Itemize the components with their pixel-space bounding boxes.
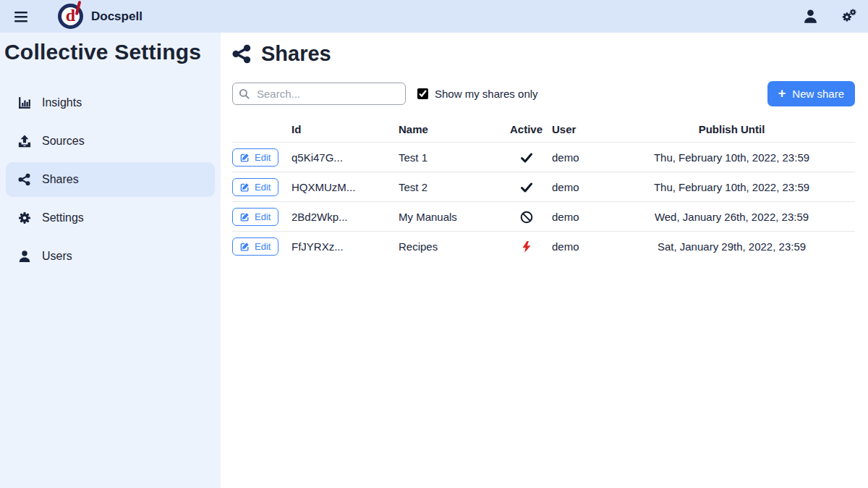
share-icon (18, 173, 31, 186)
share-id: HQXMUzM... (292, 172, 399, 202)
plus-icon: + (778, 87, 786, 100)
controls-row: Show my shares only + New share (226, 81, 861, 106)
top-navbar: d Docspell (0, 0, 868, 33)
check-icon (520, 151, 533, 164)
page-title: Shares (232, 42, 861, 66)
sidebar-item-settings[interactable]: Settings (6, 201, 215, 235)
edit-pencil-icon (240, 212, 250, 222)
share-name: Test 2 (399, 172, 501, 202)
share-name: Test 1 (399, 143, 501, 172)
name-column-header: Name (399, 120, 501, 143)
sidebar-item-label: Sources (42, 135, 85, 148)
edit-pencil-icon (240, 182, 250, 192)
publish-until: Wed, January 26th, 2022, 23:59 (608, 202, 855, 232)
main-content: Shares Show my shares only + New share (221, 33, 868, 488)
menu-icon[interactable] (13, 9, 29, 25)
sidebar-item-label: Insights (42, 96, 82, 109)
share-id: FfJYRXz... (292, 232, 399, 261)
sidebar-nav: Insights Sources Sha (0, 85, 221, 274)
table-row: Edit 2Bd2Wkp... My Manuals demo Wed, Jan… (232, 202, 855, 232)
sidebar-title: Collective Settings (0, 33, 221, 65)
user-account-icon[interactable] (803, 9, 818, 24)
check-icon (520, 181, 533, 194)
share-user: demo (552, 143, 608, 172)
id-column-header: Id (292, 120, 399, 143)
table-row: Edit q5Ki47G... Test 1 demo Thu, Februar… (232, 143, 855, 172)
sidebar-item-sources[interactable]: Sources (6, 124, 215, 159)
sidebar-item-users[interactable]: Users (6, 239, 215, 274)
gear-icon (18, 211, 31, 224)
ban-icon (520, 211, 533, 224)
gears-icon[interactable] (841, 9, 856, 24)
share-user: demo (552, 232, 608, 261)
sidebar-item-shares[interactable]: Shares (6, 162, 215, 197)
bolt-icon (520, 240, 533, 253)
share-user: demo (552, 202, 608, 232)
edit-share-button[interactable]: Edit (232, 237, 278, 256)
table-row: Edit HQXMUzM... Test 2 demo Thu, Februar… (232, 172, 855, 202)
user-icon (18, 250, 31, 263)
search-input[interactable] (232, 83, 406, 105)
sidebar-item-label: Settings (42, 211, 84, 224)
publish-until-column-header: Publish Until (608, 120, 855, 143)
sidebar: Collective Settings Insights Sources (0, 33, 221, 488)
show-my-shares-label[interactable]: Show my shares only (435, 88, 538, 100)
edit-share-button[interactable]: Edit (232, 208, 278, 226)
docspell-logo-icon: d (58, 4, 83, 29)
publish-until: Thu, February 10th, 2022, 23:59 (608, 172, 855, 202)
user-column-header: User (552, 120, 608, 143)
share-name: Recipes (399, 232, 501, 261)
brand-title: Docspell (91, 9, 142, 24)
share-id: 2Bd2Wkp... (292, 202, 399, 232)
edit-column-header (232, 120, 292, 143)
chart-bar-icon (18, 96, 31, 109)
sidebar-item-label: Shares (42, 173, 79, 186)
sidebar-item-label: Users (42, 250, 72, 263)
share-name: My Manuals (399, 202, 501, 232)
publish-until: Sat, January 29th, 2022, 23:59 (608, 232, 855, 261)
table-header-row: Id Name Active User Publish Until (232, 120, 855, 143)
shares-table: Id Name Active User Publish Until Edit q… (232, 120, 855, 261)
search-icon (239, 88, 250, 99)
new-share-button[interactable]: + New share (767, 81, 855, 106)
edit-share-button[interactable]: Edit (232, 148, 278, 167)
share-id: q5Ki47G... (292, 143, 399, 172)
publish-until: Thu, February 10th, 2022, 23:59 (608, 143, 855, 172)
table-row: Edit FfJYRXz... Recipes demo Sat, Januar… (232, 232, 855, 261)
share-user: demo (552, 172, 608, 202)
edit-pencil-icon (240, 242, 250, 251)
upload-icon (18, 135, 31, 148)
edit-pencil-icon (240, 153, 250, 162)
edit-share-button[interactable]: Edit (232, 178, 278, 196)
active-column-header: Active (501, 120, 552, 143)
show-my-shares-checkbox[interactable] (417, 88, 428, 99)
sidebar-item-insights[interactable]: Insights (6, 85, 215, 120)
page-title-text: Shares (261, 42, 331, 66)
share-icon (232, 44, 252, 64)
